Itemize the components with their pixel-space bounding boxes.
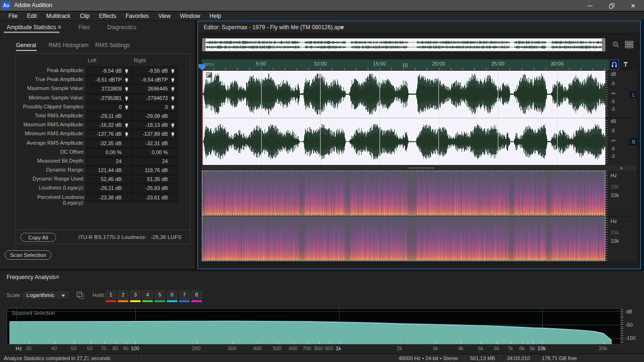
- frequency-scale[interactable]: Hz15k10kHz15k10k: [605, 171, 637, 261]
- pin-icon[interactable]: [171, 105, 175, 111]
- hold-button-6[interactable]: 6: [167, 290, 177, 299]
- menu-view[interactable]: View: [154, 12, 175, 20]
- restore-button[interactable]: [601, 0, 622, 11]
- waveform-left-canvas[interactable]: [202, 71, 605, 117]
- menu-window[interactable]: Window: [175, 12, 205, 20]
- overview-navigator[interactable]: [202, 38, 605, 51]
- vertical-scrollbar[interactable]: [637, 59, 640, 261]
- pin-icon[interactable]: [171, 96, 175, 102]
- stat-value-left: -23,38 dB: [86, 193, 132, 202]
- tab-amplitude-statistics[interactable]: Amplitude Statistics ≡: [0, 24, 72, 31]
- adobe-audition-window: Au Adobe Audition ✕ FileEditMultitrackCl…: [0, 0, 644, 362]
- menu-bar: FileEditMultitrackClipEffectsFavoritesVi…: [0, 12, 644, 20]
- zoom-navigate-icon[interactable]: [611, 40, 620, 49]
- marker-icon[interactable]: [403, 63, 408, 67]
- stat-value-right: -25,83 dB: [132, 184, 178, 193]
- scale-dropdown[interactable]: Logarithmic: [21, 290, 70, 300]
- spectrogram-right-canvas[interactable]: [202, 217, 605, 260]
- overview-right-handle[interactable]: [602, 39, 605, 51]
- editor-panel-menu-icon[interactable]: ≡: [340, 24, 344, 31]
- collapse-arrow-icon[interactable]: ▼: [619, 166, 623, 171]
- overview-left-handle[interactable]: [203, 39, 206, 51]
- pin-tool-icon[interactable]: [621, 60, 630, 69]
- stat-value-left: -26,11 dB: [86, 184, 132, 193]
- hold-button-5[interactable]: 5: [155, 290, 165, 299]
- waveform-display[interactable]: [202, 71, 605, 165]
- spectral-display[interactable]: [202, 171, 605, 261]
- display-mode-icon[interactable]: [624, 40, 634, 49]
- channel-badge-left[interactable]: L: [630, 91, 637, 98]
- title-bar[interactable]: Au Adobe Audition ✕: [0, 0, 644, 11]
- timeline-ruler[interactable]: hms 5:0010:0015:0020:0025:0030:00: [202, 59, 609, 70]
- waveform-right-canvas[interactable]: [202, 118, 605, 165]
- frequency-chart-canvas[interactable]: [8, 309, 620, 344]
- menu-favorites[interactable]: Favorites: [121, 12, 154, 20]
- statistics-rows: Peak Amplitude:-9,54 dB-9,55 dBTrue Peak…: [16, 66, 190, 202]
- ruler-ticks: [202, 68, 609, 70]
- menu-effects[interactable]: Effects: [94, 12, 121, 20]
- pin-icon[interactable]: [124, 69, 129, 75]
- pin-icon[interactable]: [171, 132, 175, 138]
- minimize-button[interactable]: [579, 0, 601, 11]
- stat-label: True Peak Amplitude:: [16, 76, 84, 82]
- tab-diagnostics[interactable]: Diagnostics: [100, 24, 147, 31]
- pin-icon[interactable]: [124, 123, 129, 129]
- editor-header[interactable]: Editor: Supermax - 1979 - Fly with Me (T…: [198, 21, 640, 33]
- pin-icon[interactable]: [124, 87, 129, 93]
- ruler-label: 25:00: [491, 61, 504, 66]
- hold-button-2[interactable]: 2: [118, 290, 128, 299]
- panel-menu-icon[interactable]: ≡: [56, 24, 61, 31]
- pin-icon[interactable]: [171, 123, 175, 129]
- hold-button-3[interactable]: 3: [130, 290, 140, 299]
- menu-help[interactable]: Help: [205, 12, 226, 20]
- pin-icon[interactable]: [171, 78, 175, 84]
- active-subtab-underline: [16, 50, 37, 51]
- x-axis-label: 50: [71, 346, 76, 351]
- stat-label: Possibly Clipped Samples:: [16, 104, 84, 109]
- subtab-rms-settings[interactable]: RMS Settings: [95, 42, 130, 49]
- tab-files[interactable]: Files: [72, 24, 100, 31]
- hold-button-8[interactable]: 8: [191, 290, 202, 299]
- pin-icon[interactable]: [124, 105, 129, 111]
- menu-clip[interactable]: Clip: [75, 12, 94, 20]
- scan-selection-button[interactable]: Scan Selection: [5, 250, 51, 260]
- amplitude-scale[interactable]: dB-9-∞-9-3LdB-9-∞-9-3R: [605, 71, 637, 165]
- hold-button-4[interactable]: 4: [142, 290, 153, 299]
- clip-gain-widget[interactable]: [206, 72, 212, 78]
- pin-icon[interactable]: [124, 132, 129, 138]
- pin-icon[interactable]: [171, 87, 175, 93]
- x-axis-label: 6k: [494, 346, 499, 351]
- pin-icon[interactable]: [171, 69, 175, 75]
- copy-all-button[interactable]: Copy All: [20, 233, 56, 242]
- pin-icon[interactable]: [124, 78, 129, 84]
- y-axis-unit: dB: [626, 309, 632, 314]
- x-axis-label: Hz: [16, 346, 22, 351]
- frequency-panel-menu-icon[interactable]: ≡: [56, 273, 59, 280]
- channel-badge-right[interactable]: R: [630, 139, 637, 145]
- stat-label: DC Offset:: [16, 149, 84, 155]
- menu-multitrack[interactable]: Multitrack: [41, 12, 75, 20]
- stat-value-left: -137,76 dB: [86, 130, 132, 139]
- time-gridline: [320, 71, 321, 165]
- menu-edit[interactable]: Edit: [22, 12, 41, 20]
- close-button[interactable]: ✕: [622, 0, 644, 11]
- table-row: Maximum RMS Amplitude:-16,32 dB-18,13 dB: [16, 121, 190, 130]
- x-axis-label: 4k: [458, 346, 464, 351]
- subtab-general[interactable]: General: [16, 42, 36, 49]
- copy-graph-icon[interactable]: [76, 291, 84, 299]
- ruler-label: 5:00: [256, 61, 266, 66]
- spectrogram-left-canvas[interactable]: [202, 171, 605, 215]
- hold-button-1[interactable]: 1: [106, 290, 116, 299]
- x-axis-label: 10k: [537, 346, 546, 351]
- menu-file[interactable]: File: [4, 12, 22, 20]
- snapping-magnet-button[interactable]: [609, 59, 619, 70]
- stat-label: Peak Amplitude:: [16, 67, 84, 73]
- frequency-chart[interactable]: Scanned Selection: [7, 308, 621, 345]
- statusbar-divider: [501, 356, 501, 361]
- view-splitter[interactable]: ▼: [202, 165, 640, 171]
- overview-waveform-canvas[interactable]: [203, 39, 605, 51]
- pin-icon[interactable]: [124, 96, 129, 102]
- active-tab-underline: [4, 32, 59, 33]
- hold-button-7[interactable]: 7: [179, 290, 190, 299]
- subtab-rms-histogram[interactable]: RMS Histogram: [49, 42, 89, 49]
